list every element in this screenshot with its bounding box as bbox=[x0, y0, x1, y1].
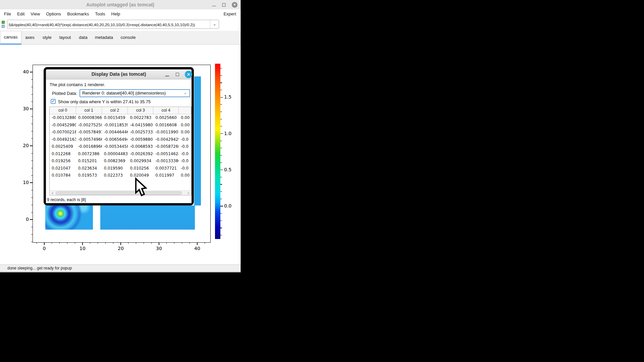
table-cell: 0.0025409 bbox=[50, 143, 76, 150]
colorbar-minor-tick bbox=[220, 235, 222, 235]
datasource-status-icon[interactable] bbox=[2, 21, 5, 28]
menu-item-options[interactable]: Options bbox=[43, 9, 64, 18]
y-major-tick bbox=[30, 72, 33, 72]
tab-axes[interactable]: axes bbox=[21, 31, 38, 45]
table-cell: 0.019573 bbox=[76, 172, 102, 179]
maximize-icon[interactable] bbox=[222, 3, 226, 7]
tab-metadata[interactable]: metadata bbox=[92, 31, 116, 45]
x-minor-tick bbox=[75, 242, 75, 244]
x-tick-label: 30 bbox=[154, 246, 164, 251]
tab-style[interactable]: style bbox=[38, 31, 56, 45]
colorbar-minor-tick bbox=[220, 104, 222, 105]
dialog-titlebar[interactable]: Display Data (as tomcat) × bbox=[46, 69, 192, 79]
column-header-col 1[interactable]: col 1 bbox=[76, 107, 102, 114]
menu-item-view[interactable]: View bbox=[28, 9, 43, 18]
horizontal-scrollbar[interactable]: ‹ › bbox=[50, 190, 191, 195]
dialog-close-icon[interactable]: × bbox=[185, 71, 192, 78]
filter-checkbox[interactable]: ✓ bbox=[51, 99, 56, 104]
scrollbar-thumb[interactable] bbox=[56, 191, 182, 195]
y-minor-tick bbox=[31, 124, 33, 124]
desktop-background: { "window": { "title": "Autoplot untagge… bbox=[0, 0, 644, 362]
colorbar-minor-tick bbox=[220, 155, 222, 156]
scroll-right-icon[interactable]: › bbox=[186, 191, 191, 195]
window-titlebar[interactable]: Autoplot untagged (as tomcat) × bbox=[0, 0, 240, 9]
table-row[interactable]: 0.0107840.0195730.0223730.0200490.011997… bbox=[50, 172, 191, 179]
uri-history-dropdown-button[interactable]: ⌄ bbox=[210, 20, 219, 28]
column-header-clipped[interactable] bbox=[179, 107, 191, 114]
plotted-data-label: Plotted Data: bbox=[52, 91, 77, 96]
table-row[interactable]: -0.00452980...-0.00275250...-0.00118539.… bbox=[50, 122, 191, 129]
y-tick-label: 30 bbox=[17, 106, 29, 111]
colorbar[interactable] bbox=[215, 64, 220, 239]
menu-item-edit[interactable]: Edit bbox=[14, 9, 28, 18]
data-table: col 0col 1col 2col 3col 4 -0.00132880...… bbox=[49, 107, 192, 195]
tab-data[interactable]: data bbox=[74, 31, 92, 45]
column-header-col 3[interactable]: col 3 bbox=[128, 107, 153, 114]
table-row[interactable]: 0.0122680.00723860.000044839-0.00263926.… bbox=[50, 150, 191, 158]
filter-checkbox-label: Show only data where Y is within 27.41 t… bbox=[58, 99, 151, 104]
table-cell: 0.0072386 bbox=[76, 150, 102, 158]
table-row[interactable]: 0.0192560.0152010.00823690.0029934-0.001… bbox=[50, 158, 191, 165]
tab-console[interactable]: console bbox=[116, 31, 140, 45]
data-table-body: -0.00132880...0.0000836620.00154590.0022… bbox=[50, 114, 191, 195]
mouse-cursor bbox=[133, 177, 149, 197]
tab-bar: canvasaxesstylelayoutdatametadataconsole bbox=[0, 31, 240, 45]
dialog-title: Display Data (as tomcat) bbox=[46, 69, 192, 79]
colorbar-minor-tick bbox=[220, 82, 222, 83]
x-minor-tick bbox=[37, 242, 37, 244]
x-minor-tick bbox=[205, 242, 205, 244]
dialog-minimize-icon[interactable] bbox=[165, 76, 169, 76]
scroll-left-icon[interactable]: ‹ bbox=[50, 191, 55, 195]
colorbar-tick-label: 0.0 bbox=[224, 203, 231, 208]
table-row[interactable]: 0.0210470.0236340.0195900.0102560.003772… bbox=[50, 165, 191, 172]
table-cell: 0.010256 bbox=[128, 165, 153, 172]
menu-item-file[interactable]: File bbox=[1, 9, 14, 18]
menu-item-bookmarks[interactable]: Bookmarks bbox=[64, 9, 92, 18]
table-cell: -0.00118539... bbox=[102, 122, 128, 129]
menu-item-help[interactable]: Help bbox=[108, 9, 123, 18]
window-title: Autoplot untagged (as tomcat) bbox=[0, 2, 240, 7]
green-status-square-icon bbox=[2, 21, 5, 24]
table-cell: -0.00534458... bbox=[102, 143, 128, 150]
uri-toolbar: ⌄ bbox=[0, 18, 240, 31]
uri-input[interactable] bbox=[9, 20, 211, 29]
x-tick-label: 40 bbox=[192, 246, 202, 251]
column-header-col 0[interactable]: col 0 bbox=[50, 107, 76, 114]
table-cell: -0.00257332... bbox=[128, 129, 153, 136]
table-cell: -0.00656494... bbox=[102, 136, 128, 143]
table-cell: -0.0 bbox=[179, 143, 191, 150]
menu-item-tools[interactable]: Tools bbox=[92, 9, 108, 18]
table-row[interactable]: -0.00492163...-0.00574966...-0.00656494.… bbox=[50, 136, 191, 143]
tab-layout[interactable]: layout bbox=[56, 31, 74, 45]
table-cell: -0.00446446... bbox=[102, 129, 128, 136]
y-major-tick bbox=[30, 145, 33, 146]
colorbar-major-tick bbox=[220, 133, 223, 134]
column-header-col 2[interactable]: col 2 bbox=[102, 107, 128, 114]
y-minor-tick bbox=[31, 242, 33, 242]
x-minor-tick bbox=[182, 242, 182, 244]
uri-address-field[interactable]: ⌄ bbox=[7, 20, 219, 29]
y-tick-label: 20 bbox=[17, 143, 29, 148]
x-major-tick bbox=[197, 242, 198, 245]
colorbar-tick-label: 0.5 bbox=[224, 167, 231, 172]
table-cell: -4.04159805... bbox=[128, 122, 153, 129]
dialog-maximize-icon[interactable] bbox=[176, 73, 179, 76]
colorbar-minor-tick bbox=[220, 68, 222, 68]
table-row[interactable]: -0.00700218...-0.00578497...-0.00446446.… bbox=[50, 129, 191, 136]
table-row[interactable]: 0.0025409-0.00168966...-0.00534458...-0.… bbox=[50, 143, 191, 150]
y-minor-tick bbox=[31, 79, 33, 80]
chevron-down-icon: ⌄ bbox=[183, 90, 187, 95]
table-cell: -0.00119907... bbox=[153, 129, 179, 136]
autoplot-window: Autoplot untagged (as tomcat) × FileEdit… bbox=[0, 0, 241, 273]
minimize-icon[interactable] bbox=[212, 6, 216, 6]
table-row[interactable]: -0.00132880...0.0000836620.00154590.0022… bbox=[50, 114, 191, 122]
plotted-data-combobox[interactable]: Renderer 0: dataset[40,40] (dimensionles… bbox=[79, 89, 190, 97]
close-icon[interactable]: × bbox=[232, 2, 237, 8]
x-tick-label: 20 bbox=[116, 246, 126, 251]
column-header-col 4[interactable]: col 4 bbox=[153, 107, 179, 114]
tab-canvas[interactable]: canvas bbox=[0, 31, 21, 45]
y-minor-tick bbox=[31, 153, 33, 154]
expert-mode-label[interactable]: Expert bbox=[223, 9, 236, 18]
x-minor-tick bbox=[190, 242, 190, 244]
table-cell: -0.00132880... bbox=[50, 114, 76, 122]
